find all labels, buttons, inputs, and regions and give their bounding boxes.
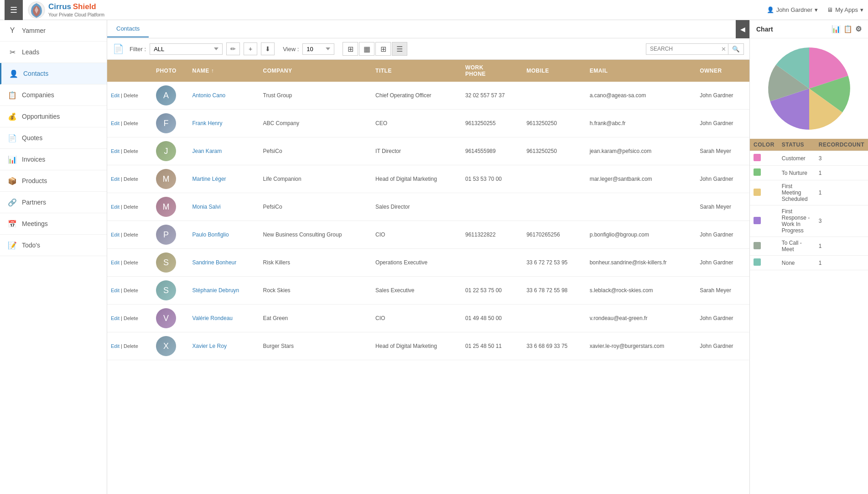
table-row: Edit | Delete S Stéphanie Debruyn Rock S… [107,277,749,305]
contact-name-link[interactable]: Monia Salvi [192,204,221,210]
chart-list-icon[interactable]: 📋 [843,25,852,33]
view-select[interactable]: 10 25 50 [302,43,334,55]
contact-name-link[interactable]: Antonio Cano [192,92,226,99]
delete-link[interactable]: Delete [124,148,138,154]
sidebar-item-products[interactable]: 📦Products [0,170,107,192]
chart-settings-icon[interactable]: ⚙ [855,25,862,33]
legend-count-cell: 3 [815,151,868,166]
edit-link[interactable]: Edit [111,93,120,98]
th-owner[interactable]: OWNER [696,60,749,82]
contact-name-link[interactable]: Paulo Bonfiglio [192,231,229,238]
sidebar-item-todos[interactable]: 📝Todo's [0,235,107,256]
sidebar-item-yammer[interactable]: YYammer [0,20,107,42]
edit-link[interactable]: Edit [111,315,120,321]
row-edit-delete: Edit | Delete [111,121,138,126]
view-list-icon-btn[interactable]: ⊞ [343,42,358,56]
myapps-menu[interactable]: 🖥 My Apps ▾ [827,6,863,13]
tab-contacts[interactable]: Contacts [107,21,149,37]
tab-collapse-arrow[interactable]: ◀ [736,20,749,38]
th-title[interactable]: TITLE [372,60,462,82]
legend-count-cell: 1 [815,256,868,270]
edit-link[interactable]: Edit [111,148,120,154]
row-edit-delete: Edit | Delete [111,288,138,293]
search-button[interactable]: 🔍 [728,44,743,54]
sidebar-item-companies[interactable]: 📋Companies [0,84,107,106]
th-workphone[interactable]: WORKPHONE [462,60,523,82]
edit-link[interactable]: Edit [111,176,120,182]
th-mobile[interactable]: MOBILE [523,60,586,82]
th-company[interactable]: COMPANY [260,60,372,82]
row-mobile: 9613250250 [523,110,586,137]
row-email: p.bonfiglio@bgroup.com [586,221,696,249]
sidebar-item-meetings[interactable]: 📅Meetings [0,213,107,235]
row-photo: F [152,110,189,137]
legend-status-cell: First Meeting Scheduled [778,180,815,205]
sidebar-item-opportunities[interactable]: 💰Opportunities [0,106,107,127]
contacts-table: PHOTO NAME ↑ COMPANY TITLE WORKPHONE MOB… [107,60,749,360]
search-clear-button[interactable]: ✕ [719,44,728,54]
edit-link[interactable]: Edit [111,121,120,126]
legend-status-cell: None [778,256,815,270]
contact-name-link[interactable]: Martine Léger [192,176,226,182]
contact-name-link[interactable]: Stéphanie Debruyn [192,287,239,294]
delete-link[interactable]: Delete [124,260,138,265]
view-card-icon-btn[interactable]: ▦ [359,42,374,56]
contact-name-link[interactable]: Valérie Rondeau [192,315,233,321]
legend-status-cell: First Response - Work In Progress [778,205,815,237]
table-header: PHOTO NAME ↑ COMPANY TITLE WORKPHONE MOB… [107,60,749,82]
search-input[interactable] [646,44,719,54]
sidebar-icon-companies: 📋 [7,90,17,100]
row-photo: P [152,221,189,249]
delete-link[interactable]: Delete [124,93,138,98]
row-edit-delete: Edit | Delete [111,148,138,154]
th-email[interactable]: EMAIL [586,60,696,82]
delete-link[interactable]: Delete [124,315,138,321]
contact-name-link[interactable]: Xavier Le Roy [192,343,227,349]
view-table-icon-btn[interactable]: ☰ [392,42,407,56]
delete-link[interactable]: Delete [124,232,138,237]
sidebar-item-quotes[interactable]: 📄Quotes [0,127,107,149]
add-button[interactable]: + [244,42,257,55]
edit-link[interactable]: Edit [111,260,120,265]
delete-link[interactable]: Delete [124,204,138,210]
edit-link[interactable]: Edit [111,204,120,210]
legend-color-swatch [754,217,761,224]
contact-name-link[interactable]: Sandrine Bonheur [192,259,237,266]
legend-status-cell: Customer [778,151,815,166]
row-actions: Edit | Delete [107,305,152,332]
sidebar-item-leads[interactable]: ✂Leads [0,42,107,63]
hamburger-button[interactable]: ☰ [5,0,23,20]
pie-chart [764,43,855,134]
row-email: a.cano@ageas-sa.com [586,82,696,110]
sidebar-label-products: Products [22,177,47,184]
delete-link[interactable]: Delete [124,176,138,182]
row-workphone [462,193,523,221]
edit-link[interactable]: Edit [111,288,120,293]
export-button[interactable]: ⬇ [261,42,275,55]
edit-filter-button[interactable]: ✏ [226,42,240,55]
sidebar-item-contacts[interactable]: 👤Contacts [0,63,107,84]
content-area: Contacts ◀ 📄 Filter : ALL My Contacts Re… [107,20,749,494]
legend-row: Customer 3 [750,151,868,166]
row-owner: John Gardner [696,110,749,137]
sidebar-label-todos: Todo's [22,242,40,249]
filter-select[interactable]: ALL My Contacts Recent [150,43,223,55]
table-row: Edit | Delete M Martine Léger Life Compa… [107,165,749,193]
user-menu[interactable]: 👤 John Gardner ▾ [767,6,818,13]
sidebar-item-invoices[interactable]: 📊Invoices [0,149,107,170]
edit-link[interactable]: Edit [111,343,120,349]
delete-link[interactable]: Delete [124,343,138,349]
sidebar-item-partners[interactable]: 🔗Partners [0,192,107,213]
row-workphone [462,249,523,277]
row-edit-delete: Edit | Delete [111,232,138,237]
delete-link[interactable]: Delete [124,288,138,293]
delete-link[interactable]: Delete [124,121,138,126]
view-grid-icon-btn[interactable]: ⊞ [375,42,391,56]
th-name[interactable]: NAME ↑ [189,60,260,82]
edit-link[interactable]: Edit [111,232,120,237]
contact-name-link[interactable]: Jean Karam [192,148,222,154]
row-name: Paulo Bonfiglio [189,221,260,249]
panel-icon-buttons: 📊 📋 ⚙ [832,25,862,33]
chart-bar-icon[interactable]: 📊 [832,25,841,33]
contact-name-link[interactable]: Frank Henry [192,120,223,126]
